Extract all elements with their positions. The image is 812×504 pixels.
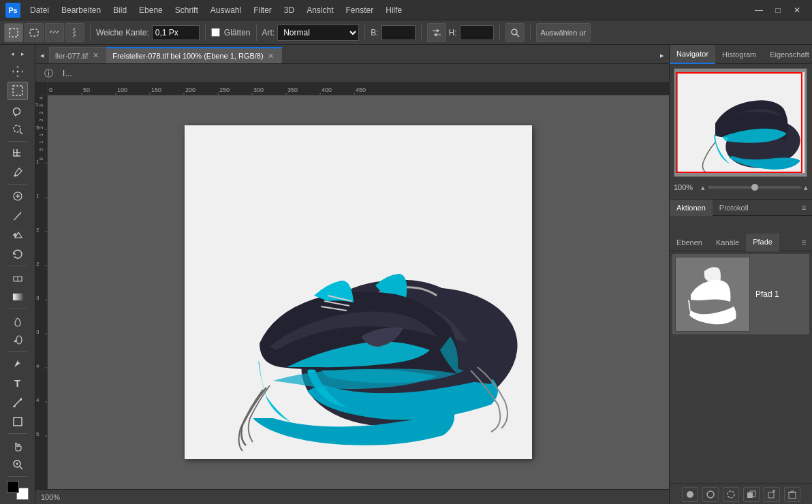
menu-bearbeiten[interactable]: Bearbeiten [56,3,106,17]
marquee-tool[interactable] [7,82,28,99]
history-brush-tool[interactable] [7,245,28,263]
select-subject-btn[interactable]: Auswählen ur [536,23,591,42]
actions-menu-btn[interactable]: ≡ [796,200,812,216]
divider-tb-2 [8,184,27,185]
divider-2 [205,25,206,41]
eraser-tool[interactable] [7,269,28,287]
ruler-horizontal: 0 50 100 150 200 250 300 350 400 450 [48,83,669,95]
zoom-in-icon[interactable]: ▴ [804,183,808,192]
delete-path-btn[interactable] [784,487,800,502]
new-path-btn[interactable] [764,487,780,502]
menu-schrift[interactable]: Schrift [170,3,204,17]
tab-scroll-right[interactable]: ▸ [655,47,669,63]
menu-ebene[interactable]: Ebene [134,3,168,17]
feather-input[interactable] [152,25,200,40]
info-icon-btn[interactable]: ⓘ [41,66,56,81]
tab-ebenen[interactable]: Ebenen [670,234,709,251]
add-mask-btn[interactable] [743,487,760,502]
color-swatches[interactable] [7,481,29,500]
svg-text:4: 4 [36,397,40,403]
tab-histogram[interactable]: Histogram [715,45,763,64]
svg-rect-2 [50,31,59,33]
svg-point-17 [16,336,22,344]
photoshop-canvas[interactable] [48,95,669,489]
h-input[interactable] [460,25,494,40]
rect-select-btn[interactable] [4,23,23,42]
menu-fenster[interactable]: Fenster [341,3,379,17]
blur-tool[interactable] [7,312,28,330]
dodge-tool[interactable] [7,331,28,349]
tab-kanaele[interactable]: Kanäle [709,234,746,251]
tab-078[interactable]: Freisteller-078.tif bei 100% (Ebene 1, R… [106,47,281,63]
crop-tool[interactable] [7,144,28,162]
tab-pfade[interactable]: Pfade [746,234,779,251]
menu-ansicht[interactable]: Ansicht [301,3,339,17]
divider-tb-1 [8,141,27,142]
close-button[interactable]: ✕ [787,2,807,18]
info-l-btn[interactable]: I... [60,66,75,81]
toolbox-collapse-left[interactable]: ◂ [7,48,17,60]
zoom-tool[interactable] [7,456,28,473]
shape-tool[interactable] [7,413,28,430]
menu-filter[interactable]: Filter [248,3,277,17]
tab-navigator[interactable]: Navigator [670,45,715,64]
tab-scroll-left[interactable]: ◂ [35,47,49,63]
stroke-path-btn[interactable] [702,487,719,502]
canvas-frame [185,125,532,459]
b-label: B: [371,28,378,37]
toolbox-collapse-right[interactable]: ▸ [18,48,27,60]
svg-rect-7 [13,86,22,95]
swap-arrows-btn[interactable] [427,23,446,42]
zoom-slider-thumb[interactable] [751,184,758,191]
canvas-area: ◂ ller-077.tif ✕ Freisteller-078.tif bei… [35,45,669,504]
tab-eigenschaften[interactable]: Eigenschaft [763,45,812,64]
svg-text:50: 50 [83,86,90,93]
brush-tool[interactable] [7,206,28,224]
zoom-out-icon[interactable]: ▴ [701,183,705,192]
minimize-button[interactable]: — [749,2,768,18]
eyedropper-tool[interactable] [7,163,28,181]
b-input[interactable] [381,25,416,40]
load-selection-btn[interactable] [723,487,739,502]
lasso-tool[interactable] [7,101,28,119]
smooth-checkbox[interactable] [211,28,220,37]
layers-menu-btn[interactable]: ≡ [796,234,812,251]
tab-protokoll[interactable]: Protokoll [713,200,755,216]
hand-tool[interactable] [7,437,28,454]
tab-077-close[interactable]: ✕ [91,51,100,61]
path-selection-tool[interactable] [7,394,28,411]
tab-aktionen[interactable]: Aktionen [670,200,713,216]
tab-077[interactable]: ller-077.tif ✕ [49,47,106,63]
clone-stamp-tool[interactable] [7,226,28,244]
move-tool[interactable] [7,63,28,80]
search-tool-btn[interactable] [505,23,525,42]
divider-1 [90,25,91,41]
path-item-1[interactable]: Pfad 1 [672,254,809,334]
zoom-slider[interactable] [708,186,801,189]
menu-hilfe[interactable]: Hilfe [380,3,407,17]
single-col-btn[interactable] [65,23,84,42]
type-tool[interactable]: T [7,374,28,392]
quick-select-tool[interactable] [7,121,28,138]
gradient-tool[interactable] [7,288,28,306]
feather-label: Weiche Kante: [96,28,149,37]
fill-path-btn[interactable] [682,487,698,502]
ruler-vertical: 0 5 1 1 2 2 3 3 4 4 5 [35,95,48,489]
round-select-btn[interactable] [25,23,44,42]
menu-datei[interactable]: Datei [25,3,54,17]
svg-point-78 [728,491,734,498]
maximize-button[interactable]: □ [768,2,787,18]
menu-bild[interactable]: Bild [108,3,132,17]
actions-panel: Aktionen Protokoll ≡ [670,200,812,234]
healing-brush-tool[interactable] [7,187,28,205]
navigator-viewport-box[interactable] [676,72,802,173]
tab-078-close[interactable]: ✕ [266,51,276,61]
single-row-btn[interactable] [45,23,64,42]
menu-3d[interactable]: 3D [279,3,300,17]
art-select[interactable]: Normal Zur Auswahl hinzufügen Von Auswah… [277,25,359,41]
pen-tool[interactable] [7,355,28,373]
tab-077-label: ller-077.tif [55,52,88,60]
menu-auswahl[interactable]: Auswahl [205,3,247,17]
shoe-artwork [185,125,532,459]
navigator-preview[interactable] [674,68,807,177]
